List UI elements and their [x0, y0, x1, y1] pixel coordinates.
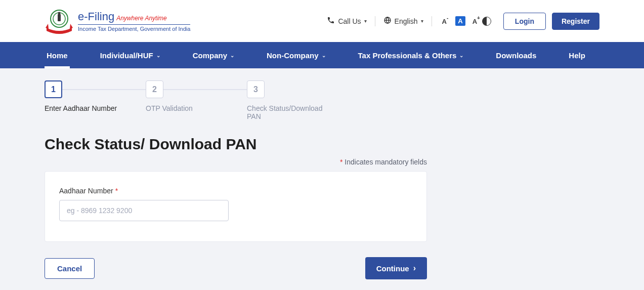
chevron-down-icon: ▾ [364, 18, 367, 24]
nav-downloads[interactable]: Downloads [494, 42, 538, 68]
font-decrease-button[interactable]: A- [440, 16, 451, 26]
font-size-controls: A- A A+ [440, 16, 482, 26]
svg-rect-2 [58, 14, 61, 21]
chevron-down-icon: ⌄ [230, 53, 234, 58]
nav-help-label: Help [569, 51, 585, 60]
mandatory-note: *Indicates mandatory fields [45, 158, 427, 166]
step-2-label: OTP Validation [146, 104, 247, 112]
nav-individual-huf[interactable]: Individual/HUF ⌄ [98, 42, 162, 68]
asterisk-icon: * [340, 158, 342, 166]
register-button[interactable]: Register [552, 13, 599, 30]
step-1-label: Enter Aadhaar Number [45, 104, 146, 112]
call-us-label: Call Us [338, 17, 361, 25]
chevron-down-icon: ▾ [421, 18, 423, 24]
font-default-button[interactable]: A [455, 16, 465, 26]
step-3: 3 Check Status/Download PAN [247, 80, 348, 120]
step-3-label: Check Status/Download PAN [247, 104, 333, 120]
chevron-right-icon: › [413, 264, 416, 273]
nav-noncompany-label: Non-Company [267, 51, 319, 60]
nav-company[interactable]: Company ⌄ [191, 42, 236, 68]
form-card: Aadhaar Number* [45, 171, 427, 242]
page-title: Check Status/ Download PAN [45, 136, 427, 153]
nav-company-label: Company [193, 51, 227, 60]
stepper: 1 Enter Aadhaar Number 2 OTP Validation … [45, 80, 427, 120]
login-button[interactable]: Login [503, 13, 546, 30]
nav-tax-professionals[interactable]: Tax Professionals & Others ⌄ [356, 42, 466, 68]
nav-non-company[interactable]: Non-Company ⌄ [265, 42, 328, 68]
step-1-number: 1 [45, 80, 62, 98]
aadhaar-input[interactable] [59, 200, 229, 221]
top-header: e-Filing Anywhere Anytime Income Tax Dep… [0, 0, 644, 42]
brand-title: e-Filing [78, 10, 114, 23]
divider [375, 16, 375, 26]
contrast-toggle[interactable] [482, 17, 491, 26]
brand-logo[interactable]: e-Filing Anywhere Anytime Income Tax Dep… [45, 8, 190, 35]
globe-icon [383, 16, 392, 26]
continue-button[interactable]: Continue › [365, 257, 427, 279]
emblem-icon [45, 8, 74, 35]
phone-icon [327, 16, 335, 26]
divider [432, 16, 432, 26]
aadhaar-label: Aadhaar Number* [59, 187, 412, 195]
nav-help[interactable]: Help [567, 42, 587, 68]
brand-tagline: Anywhere Anytime [116, 15, 167, 22]
asterisk-icon: * [115, 187, 118, 195]
nav-taxpros-label: Tax Professionals & Others [358, 51, 457, 60]
step-connector [62, 89, 146, 90]
brand-subtitle: Income Tax Department, Government of Ind… [78, 26, 190, 32]
nav-home[interactable]: Home [45, 42, 70, 68]
chevron-down-icon: ⌄ [322, 53, 326, 58]
chevron-down-icon: ⌄ [459, 53, 463, 58]
step-3-number: 3 [247, 80, 265, 98]
step-1: 1 Enter Aadhaar Number [45, 80, 146, 112]
step-2-number: 2 [146, 80, 163, 98]
form-actions: Cancel Continue › [45, 257, 427, 279]
step-connector [163, 89, 247, 90]
chevron-down-icon: ⌄ [156, 53, 160, 58]
call-us-menu[interactable]: Call Us ▾ [327, 16, 366, 26]
language-label: English [395, 17, 418, 25]
cancel-button[interactable]: Cancel [45, 258, 95, 279]
font-increase-button[interactable]: A+ [470, 16, 482, 26]
language-menu[interactable]: English ▾ [383, 16, 423, 26]
header-actions: Call Us ▾ English ▾ A- A A+ Login Regist… [327, 13, 599, 30]
main-content: 1 Enter Aadhaar Number 2 OTP Validation … [0, 68, 644, 290]
continue-label: Continue [376, 264, 409, 273]
nav-home-label: Home [47, 51, 68, 60]
main-nav: Home Individual/HUF ⌄ Company ⌄ Non-Comp… [0, 42, 644, 68]
svg-point-3 [58, 12, 61, 14]
nav-downloads-label: Downloads [496, 51, 536, 60]
step-2: 2 OTP Validation [146, 80, 247, 112]
brand-text: e-Filing Anywhere Anytime Income Tax Dep… [78, 10, 190, 32]
nav-individual-label: Individual/HUF [100, 51, 153, 60]
